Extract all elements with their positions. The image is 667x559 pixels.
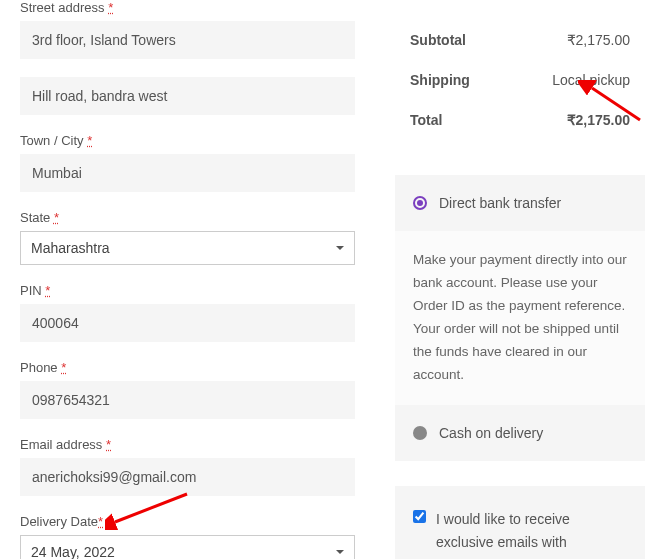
payment-cod-label: Cash on delivery <box>439 425 543 441</box>
delivery-date-value: 24 May, 2022 <box>21 536 354 559</box>
state-label: State * <box>20 210 355 225</box>
total-label: Total <box>410 112 442 128</box>
shipping-label: Shipping <box>410 72 470 88</box>
chevron-down-icon <box>336 550 344 554</box>
total-row: Total ₹2,175.00 <box>410 100 630 140</box>
shipping-value: Local pickup <box>552 72 630 88</box>
street-address-label: Street address * <box>20 0 355 15</box>
city-field: Town / City * <box>20 133 355 192</box>
radio-selected-icon <box>413 196 427 210</box>
phone-label: Phone * <box>20 360 355 375</box>
pin-input[interactable] <box>20 304 355 342</box>
street-address-2-input[interactable] <box>20 77 355 115</box>
delivery-date-field: Delivery Date* 24 May, 2022 We will try … <box>20 514 355 559</box>
order-summary: Subtotal ₹2,175.00 Shipping Local pickup… <box>395 0 645 150</box>
payment-option-bank[interactable]: Direct bank transfer <box>395 175 645 231</box>
payment-methods: Direct bank transfer Make your payment d… <box>395 175 645 461</box>
subtotal-label: Subtotal <box>410 32 466 48</box>
total-value: ₹2,175.00 <box>567 112 631 128</box>
street-address-input[interactable] <box>20 21 355 59</box>
payment-option-cod[interactable]: Cash on delivery <box>395 405 645 461</box>
subtotal-row: Subtotal ₹2,175.00 <box>410 20 630 60</box>
phone-field: Phone * <box>20 360 355 419</box>
shipping-row: Shipping Local pickup <box>410 60 630 100</box>
radio-unselected-icon <box>413 426 427 440</box>
email-label: Email address * <box>20 437 355 452</box>
street-address-field: Street address * <box>20 0 355 59</box>
city-input[interactable] <box>20 154 355 192</box>
payment-bank-description: Make your payment directly into our bank… <box>395 231 645 405</box>
subtotal-value: ₹2,175.00 <box>567 32 631 48</box>
street-address-2-field <box>20 77 355 115</box>
chevron-down-icon <box>336 246 344 250</box>
email-input[interactable] <box>20 458 355 496</box>
delivery-date-label: Delivery Date* <box>20 514 355 529</box>
consent-text: I would like to receive exclusive emails… <box>436 508 627 559</box>
pin-field: PIN * <box>20 283 355 342</box>
state-field: State * Maharashtra <box>20 210 355 265</box>
delivery-date-select[interactable]: 24 May, 2022 <box>20 535 355 559</box>
email-field: Email address * <box>20 437 355 496</box>
state-select-value: Maharashtra <box>21 232 354 264</box>
pin-label: PIN * <box>20 283 355 298</box>
consent-checkbox-row: I would like to receive exclusive emails… <box>395 486 645 559</box>
city-label: Town / City * <box>20 133 355 148</box>
consent-checkbox[interactable] <box>413 510 426 523</box>
state-select[interactable]: Maharashtra <box>20 231 355 265</box>
payment-bank-label: Direct bank transfer <box>439 195 561 211</box>
phone-input[interactable] <box>20 381 355 419</box>
